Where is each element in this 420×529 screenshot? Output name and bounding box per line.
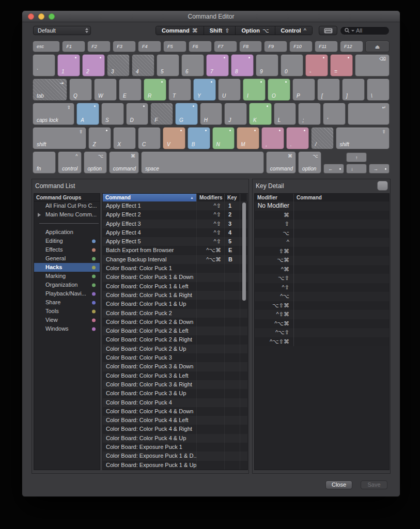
column-header-modifier[interactable]: Modifier	[255, 194, 294, 201]
key-f4[interactable]: F4	[138, 41, 161, 52]
key-a[interactable]: A	[76, 103, 99, 125]
key-j[interactable]: J	[224, 103, 247, 125]
key-u[interactable]: U	[218, 79, 241, 101]
key-m[interactable]: M	[237, 127, 259, 149]
modifier-row[interactable]: ⌥⇧	[255, 274, 389, 283]
key-8[interactable]: 8	[231, 54, 254, 76]
key-delete[interactable]: ⌫	[355, 54, 390, 76]
key-minus[interactable]: -	[305, 54, 328, 76]
key-f5[interactable]: F5	[163, 41, 186, 52]
filter-shift-button[interactable]: Shift⇧	[204, 26, 236, 35]
key-n[interactable]: N	[212, 127, 235, 149]
command-row[interactable]: Color Board: Color Puck 4 & Down	[103, 407, 247, 416]
key-space[interactable]: space	[141, 151, 264, 174]
command-row[interactable]: Apply Effect 1^⇧1	[103, 201, 247, 210]
command-row[interactable]: Color Board: Color Puck 1 & Up	[103, 300, 247, 308]
group-effects[interactable]: Effects	[34, 245, 100, 254]
group-share[interactable]: Share	[34, 298, 100, 307]
filter-option-button[interactable]: Option⌥	[236, 26, 275, 35]
command-row[interactable]: Apply Effect 5^⇧5	[103, 237, 247, 246]
key-b[interactable]: B	[188, 127, 210, 149]
modifier-row[interactable]: ^⌥⇧	[255, 328, 389, 337]
key-arrow-down[interactable]: ↓	[346, 164, 367, 174]
group-view[interactable]: View	[34, 316, 100, 324]
column-header-key[interactable]: Key	[225, 194, 240, 201]
key-equals[interactable]: =	[330, 54, 353, 76]
key-arrow-left[interactable]: ←	[323, 164, 344, 174]
key-d[interactable]: D	[126, 103, 149, 125]
group-hacks[interactable]: Hacks	[34, 263, 100, 272]
group-tools[interactable]: Tools	[34, 307, 100, 316]
key-h[interactable]: H	[200, 103, 223, 125]
column-header-kd-command[interactable]: Command	[294, 194, 389, 201]
key-r[interactable]: R	[144, 79, 166, 101]
command-row[interactable]: Color Board: Color Puck 4	[103, 398, 247, 407]
column-header-modifiers[interactable]: Modifiers	[197, 194, 225, 201]
key-f7[interactable]: F7	[214, 41, 237, 52]
command-row[interactable]: Color Board: Color Puck 1	[103, 264, 247, 273]
group-editing[interactable]: Editing	[34, 237, 100, 245]
command-row[interactable]: Color Board: Color Puck 3 & Up	[103, 389, 247, 398]
key-backtick[interactable]: `	[33, 54, 55, 76]
modifier-row[interactable]: ⌥⌘	[255, 256, 389, 265]
command-row[interactable]: Apply Effect 2^⇧2	[103, 210, 247, 219]
filter-command-button[interactable]: Command⌘	[156, 26, 204, 35]
key-s[interactable]: S	[101, 103, 124, 125]
key-f11[interactable]: F11	[315, 41, 338, 52]
key-1[interactable]: 1	[57, 54, 80, 76]
command-row[interactable]: Apply Effect 4^⇧4	[103, 228, 247, 237]
filter-control-button[interactable]: Control^	[275, 26, 312, 35]
modifier-row[interactable]: ^	[255, 238, 389, 247]
key-9[interactable]: 9	[256, 54, 278, 76]
key-e[interactable]: E	[119, 79, 142, 101]
column-header-command[interactable]: Command ▲	[103, 194, 197, 201]
group-main-menu-comm-[interactable]: Main Menu Comm...	[34, 210, 100, 219]
command-row[interactable]: Color Board: Color Puck 4 & Up	[103, 434, 247, 443]
key-command-right[interactable]: command⌘	[266, 151, 296, 174]
modifier-row[interactable]: ^⇧⌘	[255, 310, 389, 319]
key-3[interactable]: 3	[107, 54, 130, 76]
command-row[interactable]: Color Board: Color Puck 3	[103, 353, 247, 362]
key-semicolon[interactable]: ;	[298, 103, 321, 125]
key-esc[interactable]: esc	[33, 41, 60, 52]
preset-dropdown[interactable]: Default	[33, 26, 91, 35]
key-l[interactable]: L	[274, 103, 297, 125]
key-return[interactable]: ↵	[348, 103, 390, 125]
save-button[interactable]: Save	[361, 480, 387, 489]
key-v[interactable]: V	[163, 127, 185, 149]
key-slash[interactable]: /	[311, 127, 334, 149]
key-y[interactable]: Y	[193, 79, 216, 101]
key-2[interactable]: 2	[82, 54, 105, 76]
group-application[interactable]: Application	[34, 228, 100, 237]
command-row[interactable]: Color Board: Color Puck 4 & Right	[103, 425, 247, 433]
group-organization[interactable]: Organization	[34, 281, 100, 289]
group-all-final-cut-pro-c-[interactable]: All Final Cut Pro C...	[34, 201, 100, 210]
key-control[interactable]: control^	[58, 151, 81, 174]
key-comma[interactable]: ,	[261, 127, 284, 149]
keyboard-highlight-button[interactable]	[319, 26, 337, 35]
key-x[interactable]: X	[113, 127, 136, 149]
key-f3[interactable]: F3	[113, 41, 136, 52]
key-0[interactable]: 0	[281, 54, 303, 76]
search-field[interactable]: All	[340, 26, 390, 35]
key-z[interactable]: Z	[88, 127, 111, 149]
group-marking[interactable]: Marking	[34, 272, 100, 281]
key-f9[interactable]: F9	[264, 41, 287, 52]
command-row[interactable]: Color Board: Color Puck 1 & Down	[103, 273, 247, 282]
group-playback-navi-[interactable]: Playback/Navi...	[34, 289, 100, 298]
command-row[interactable]: Batch Export from Browser^⌥⌘E	[103, 246, 247, 255]
command-row[interactable]: Apply Effect 3^⇧3	[103, 220, 247, 228]
modifier-row[interactable]: ^⌘	[255, 265, 389, 274]
modifier-row[interactable]: ⌥⇧⌘	[255, 301, 389, 310]
key-f[interactable]: F	[150, 103, 173, 125]
key-bracket-right[interactable]: ]	[342, 79, 365, 101]
command-row[interactable]: Change Backup Interval^⌥⌘B	[103, 255, 247, 264]
key-i[interactable]: I	[243, 79, 266, 101]
key-f1[interactable]: F1	[62, 41, 85, 52]
command-row[interactable]: Color Board: Color Puck 2 & Down	[103, 318, 247, 326]
command-row[interactable]: Color Board: Color Puck 4 & Left	[103, 416, 247, 425]
modifier-row[interactable]: ⇧	[255, 220, 389, 229]
key-fn[interactable]: fn	[33, 151, 56, 174]
command-row[interactable]: Color Board: Color Puck 2 & Right	[103, 335, 247, 344]
modifier-row[interactable]: ⌘	[255, 211, 389, 220]
